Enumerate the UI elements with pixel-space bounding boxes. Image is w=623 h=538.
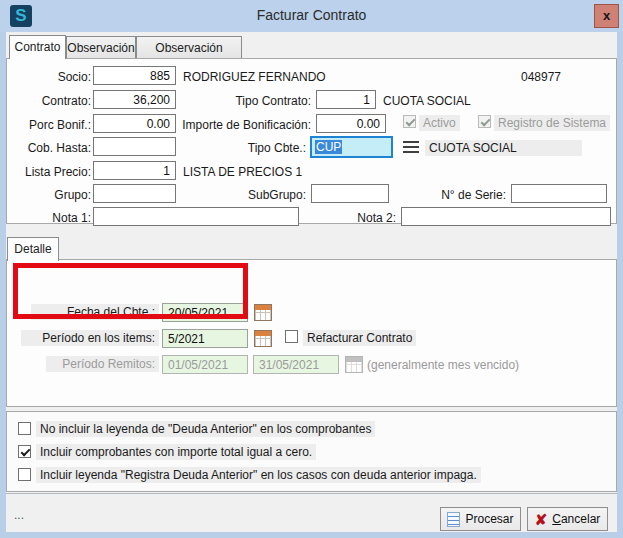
registro-sistema-checkbox — [478, 115, 491, 128]
tipo-contrato-input[interactable] — [316, 90, 376, 109]
activo-label: Activo — [419, 115, 460, 131]
tipo-cbte-selected-text: CUP — [315, 140, 342, 154]
cob-hasta-label: Cob. Hasta: — [11, 141, 91, 155]
importe-bonif-input[interactable] — [316, 114, 386, 133]
periodo-remitos-calendar-icon — [345, 356, 363, 373]
socio-input[interactable] — [93, 66, 176, 85]
cancelar-button[interactable]: ✘ Cancelar — [527, 507, 608, 531]
registro-sistema-label: Registro de Sistema — [494, 115, 610, 131]
refacturar-label: Refacturar Contrato — [303, 330, 416, 346]
periodo-remitos-hint: (generalmente mes vencido) — [367, 358, 519, 372]
periodo-remitos-from-input — [162, 355, 248, 374]
importe-bonif-label: Importe de Bonificación: — [151, 118, 311, 132]
cancelar-button-label: Cancelar — [552, 512, 600, 526]
tab-observacion[interactable]: Observación — [66, 36, 136, 59]
options-panel: No incluir la leyenda de "Deuda Anterior… — [6, 411, 617, 492]
contrato-panel: Socio: RODRIGUEZ FERNANDO 048977 Contrat… — [6, 58, 617, 224]
nro-serie-input[interactable] — [511, 184, 607, 203]
socio-name-text: RODRIGUEZ FERNANDO — [183, 70, 326, 84]
tipo-contrato-desc: CUOTA SOCIAL — [383, 94, 471, 108]
tipo-cbte-input[interactable]: CUP — [310, 136, 393, 158]
tab-contrato-label: Contrato — [14, 40, 60, 54]
tab-detalle[interactable]: Detalle — [7, 237, 59, 261]
tipo-contrato-label: Tipo Contrato: — [181, 94, 311, 108]
titlebar: S Facturar Contrato x — [0, 0, 623, 32]
nota1-input[interactable] — [93, 207, 299, 226]
socio-label: Socio: — [11, 70, 91, 84]
option-incluir-cero-checkbox[interactable] — [18, 445, 31, 458]
periodo-items-label: Período en los items: — [21, 330, 159, 346]
fecha-cbte-calendar-icon[interactable] — [254, 304, 272, 321]
dialog-title: Facturar Contrato — [0, 7, 623, 23]
periodo-items-input[interactable] — [162, 329, 248, 348]
cob-hasta-input[interactable] — [93, 137, 176, 156]
option-incluir-leyenda-registra-label: Incluir leyenda "Registra Deuda Anterior… — [36, 467, 481, 483]
facturar-contrato-dialog: S Facturar Contrato x Contrato Observaci… — [0, 0, 623, 538]
nro-serie-label: N° de Serie: — [421, 188, 506, 202]
activo-checkbox — [403, 115, 416, 128]
grupo-label: Grupo: — [11, 188, 91, 202]
option-no-incluir-leyenda-label: No incluir la leyenda de "Deuda Anterior… — [36, 421, 375, 437]
refacturar-checkbox[interactable] — [285, 330, 298, 343]
tab-detalle-label: Detalle — [14, 242, 51, 256]
close-icon[interactable]: x — [594, 4, 619, 28]
socio-code-text: 048977 — [521, 70, 561, 84]
tab-contrato[interactable]: Contrato — [9, 35, 66, 59]
nota1-label: Nota 1: — [11, 211, 91, 225]
detalle-panel: Fecha del Cbte.: Período en los items: R… — [6, 259, 617, 407]
tab-observacion-factura[interactable]: Observación Factura — [136, 36, 242, 59]
nota2-input[interactable] — [401, 207, 611, 226]
tipo-cbte-label: Tipo Cbte.: — [181, 141, 306, 155]
fecha-cbte-input[interactable] — [162, 303, 248, 322]
status-text: ... — [14, 508, 24, 522]
nota2-label: Nota 2: — [316, 211, 396, 225]
tab-observacion-label: Observación — [67, 41, 134, 55]
dialog-body: Contrato Observación Observación Factura… — [6, 32, 617, 532]
option-no-incluir-leyenda-checkbox[interactable] — [18, 422, 31, 435]
lista-precio-input[interactable] — [93, 161, 176, 180]
subgrupo-label: SubGrupo: — [226, 188, 306, 202]
periodo-remitos-to-input — [253, 355, 339, 374]
lista-precio-desc: LISTA DE PRECIOS 1 — [183, 165, 302, 179]
tipo-cbte-desc: CUOTA SOCIAL — [425, 140, 582, 156]
procesar-button-label: Procesar — [465, 512, 513, 526]
procesar-document-icon — [447, 512, 460, 527]
contrato-label: Contrato: — [11, 94, 91, 108]
porc-bonif-label: Porc Bonif.: — [11, 118, 91, 132]
periodo-items-calendar-icon[interactable] — [254, 330, 272, 347]
periodo-remitos-label: Período Remitos: — [46, 356, 159, 372]
footer-divider — [6, 493, 617, 494]
fecha-cbte-label: Fecha del Cbte.: — [31, 304, 159, 320]
option-incluir-cero-label: Incluir comprobantes con importe total i… — [36, 444, 316, 460]
lista-precio-label: Lista Precio: — [11, 165, 91, 179]
grupo-input[interactable] — [93, 184, 176, 203]
option-incluir-leyenda-registra-checkbox[interactable] — [18, 468, 31, 481]
cancel-x-icon: ✘ — [535, 512, 548, 527]
tipo-cbte-menu-icon[interactable] — [403, 141, 419, 153]
procesar-button[interactable]: Procesar — [440, 507, 521, 531]
contrato-input[interactable] — [93, 90, 176, 109]
subgrupo-input[interactable] — [311, 184, 389, 203]
